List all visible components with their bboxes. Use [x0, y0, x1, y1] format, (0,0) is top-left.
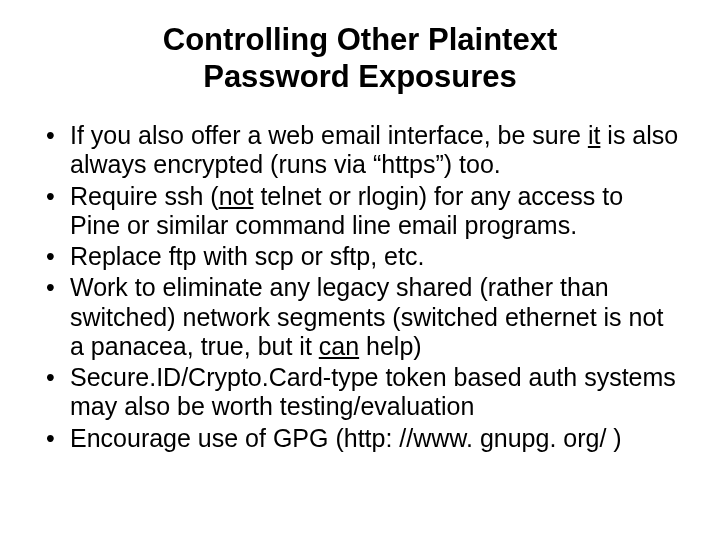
list-item: Work to eliminate any legacy shared (rat… — [40, 273, 680, 361]
bullet-text: Require ssh ( — [70, 182, 219, 210]
bullet-text: help) — [359, 332, 422, 360]
bullet-text: Secure.ID/Crypto.Card-type token based a… — [70, 363, 676, 420]
bullet-list: If you also offer a web email interface,… — [40, 121, 680, 453]
slide-title: Controlling Other Plaintext Password Exp… — [40, 22, 680, 95]
underlined-text: it — [588, 121, 601, 149]
list-item: Replace ftp with scp or sftp, etc. — [40, 242, 680, 271]
underlined-text: can — [319, 332, 359, 360]
bullet-text: Encourage use of GPG (http: //www. gnupg… — [70, 424, 622, 452]
title-line-1: Controlling Other Plaintext — [163, 22, 557, 57]
list-item: If you also offer a web email interface,… — [40, 121, 680, 180]
bullet-text: Replace ftp with scp or sftp, etc. — [70, 242, 424, 270]
slide: Controlling Other Plaintext Password Exp… — [0, 0, 720, 540]
list-item: Secure.ID/Crypto.Card-type token based a… — [40, 363, 680, 422]
list-item: Encourage use of GPG (http: //www. gnupg… — [40, 424, 680, 453]
title-line-2: Password Exposures — [203, 59, 517, 94]
underlined-text: not — [219, 182, 254, 210]
bullet-text: If you also offer a web email interface,… — [70, 121, 588, 149]
list-item: Require ssh (not telnet or rlogin) for a… — [40, 182, 680, 241]
